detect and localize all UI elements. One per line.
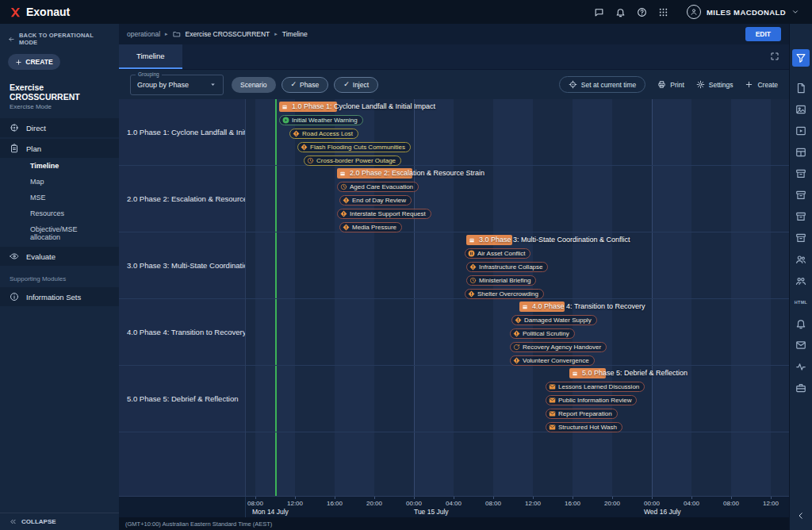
person-icon <box>690 8 698 16</box>
app-window: Exonaut MILES MACDONALD BACK TO OPERATIO… <box>0 0 812 530</box>
inject-volunteer-convergence[interactable]: Volunteer Convergence <box>510 355 595 366</box>
inject-report-preparation[interactable]: Report Preparation <box>546 409 618 419</box>
inject-aged-care-evacuation[interactable]: Aged Care Evacuation <box>337 182 419 192</box>
inject-shelter-overcrowding[interactable]: Shelter Overcrowding <box>465 289 544 299</box>
phase-row-label-4: 4.0 Phase 4: Transition to Recovery <box>119 299 245 366</box>
collapse-right-rail-button[interactable] <box>796 511 806 522</box>
print-button[interactable]: Print <box>657 80 684 89</box>
archive-icon[interactable] <box>791 185 811 205</box>
collapse-sidebar-button[interactable]: COLLAPSE <box>0 513 119 530</box>
inject-structured-hot-wash[interactable]: Structured Hot Wash <box>546 422 622 432</box>
sidebar-item-information-sets[interactable]: Information Sets <box>0 287 119 306</box>
topbar-actions <box>588 2 674 23</box>
inject-end-of-day-review[interactable]: End of Day Review <box>339 195 412 205</box>
users-icon[interactable] <box>791 249 811 270</box>
inject-air-asset-conflict[interactable]: Air Asset Conflict <box>465 248 530 259</box>
gantt-row-3: 3.0 Phase 3: Multi-State Coordination & … <box>246 232 789 299</box>
settings-button[interactable]: Settings <box>696 80 733 89</box>
sidebar-item-evaluate[interactable]: Evaluate <box>0 247 119 266</box>
inject-flash-flooding-cuts-communities[interactable]: Flash Flooding Cuts Communities <box>297 142 411 152</box>
sidebar-item-map[interactable]: Map <box>0 174 119 190</box>
document-icon[interactable] <box>791 78 811 98</box>
gantt-area: 1.0 Phase 1: Cyclone Landfall & Initia..… <box>119 99 789 496</box>
inject-infrastructure-collapse[interactable]: Infrastructure Collapse <box>466 262 548 272</box>
inject-interstate-support-request[interactable]: Interstate Support Request <box>337 209 431 219</box>
axis-tick <box>295 497 296 499</box>
axis-tick-label: 20:00 <box>604 500 620 507</box>
apps-icon[interactable] <box>653 2 674 23</box>
timeline-chart[interactable]: 1.0 Phase 1: Cyclone Landfall & Initial … <box>246 99 789 496</box>
user-group-icon[interactable] <box>791 271 811 291</box>
inject-road-access-lost[interactable]: Road Access Lost <box>289 129 358 139</box>
panel-image-icon[interactable] <box>791 99 811 120</box>
panel-grid-icon[interactable] <box>791 142 811 163</box>
sidebar-item-direct[interactable]: Direct <box>0 118 119 137</box>
axis-tick-label: 12:00 <box>763 500 779 507</box>
breadcrumb-page[interactable]: Timeline <box>282 30 308 38</box>
html-icon[interactable]: HTML <box>791 292 811 313</box>
bell-icon[interactable] <box>791 313 811 334</box>
help-icon[interactable] <box>631 2 653 23</box>
axis-tick <box>612 497 613 499</box>
alert-icon <box>515 317 522 324</box>
sidebar-item-objective-mse-allocation[interactable]: Objective/MSE allocation <box>0 221 119 245</box>
create-button[interactable]: CREATE <box>8 54 60 70</box>
alert-icon <box>513 330 520 337</box>
clock-icon <box>307 157 314 164</box>
breadcrumb-root[interactable]: operational <box>127 30 160 38</box>
phase-box-icon <box>572 371 578 377</box>
mail-icon[interactable] <box>791 335 811 355</box>
edit-button[interactable]: EDIT <box>745 27 781 41</box>
inject-recovery-agency-handover[interactable]: Recovery Agency Handover <box>510 342 607 352</box>
sidebar-item-mse[interactable]: MSE <box>0 190 119 205</box>
inject-lessons-learned-discussion[interactable]: Lessons Learned Discussion <box>546 382 645 392</box>
time-axis: 08:0012:0016:0020:0000:0004:0008:0012:00… <box>119 496 789 517</box>
inject-cross-border-power-outage[interactable]: Cross-border Power Outage <box>304 156 401 166</box>
axis-tick-label: 00:00 <box>644 500 660 507</box>
alert-icon <box>513 357 520 364</box>
briefcase-icon[interactable] <box>791 378 811 398</box>
create-button[interactable]: Create <box>745 80 778 89</box>
inject-initial-weather-warning[interactable]: Initial Weather Warning <box>279 115 363 125</box>
mail-filled-icon <box>549 424 556 431</box>
info-icon <box>10 292 19 301</box>
inject-media-pressure[interactable]: Media Pressure <box>339 222 402 232</box>
filter-icon[interactable] <box>792 49 810 67</box>
tab-timeline[interactable]: Timeline <box>119 44 182 69</box>
filter-chip-inject[interactable]: ✓Inject <box>334 77 378 93</box>
sidebar-item-plan[interactable]: Plan <box>0 139 119 158</box>
mail-filled-icon <box>549 383 556 390</box>
filter-chip-scenario[interactable]: Scenario <box>232 77 276 93</box>
sidebar-item-timeline[interactable]: Timeline <box>0 158 119 174</box>
tab-bar: Timeline <box>119 44 789 70</box>
sidebar-nav: DirectPlanTimelineMapMSEResourcesObjecti… <box>0 117 119 306</box>
sidebar-item-resources[interactable]: Resources <box>0 205 119 221</box>
inject-political-scrutiny[interactable]: Political Scrutiny <box>510 328 575 339</box>
chat-icon[interactable] <box>588 2 610 23</box>
user-menu[interactable]: MILES MACDONALD <box>684 2 802 21</box>
axis-tick-label: 16:00 <box>327 500 343 507</box>
axis-tick <box>652 497 653 499</box>
timezone-note: (GMT+10:00) Australian Eastern Standard … <box>125 520 272 528</box>
breadcrumb-exercise[interactable]: Exercise CROSSCURRENT <box>186 30 270 38</box>
axis-tick <box>255 497 256 499</box>
set-at-current-time-button[interactable]: Set at current time <box>559 76 645 93</box>
archive-icon[interactable] <box>791 206 811 227</box>
right-icon-rail: HTML <box>789 24 812 530</box>
activity-icon[interactable] <box>791 356 811 377</box>
fullscreen-icon[interactable] <box>770 52 779 63</box>
gantt-row-1: 1.0 Phase 1: Cyclone Landfall & Initial … <box>246 99 789 166</box>
bell-icon[interactable] <box>610 2 631 23</box>
inject-public-information-review[interactable]: Public Information Review <box>546 395 637 405</box>
back-to-operational-button[interactable]: BACK TO OPERATIONAL MODE <box>0 24 119 51</box>
inject-ministerial-briefing[interactable]: Ministerial Briefing <box>466 275 536 286</box>
archive-icon[interactable] <box>791 163 811 184</box>
panel-video-icon[interactable] <box>791 121 811 141</box>
inject-damaged-water-supply[interactable]: Damaged Water Supply <box>511 315 597 325</box>
archive-icon[interactable] <box>791 228 811 248</box>
phase-box-icon <box>469 237 475 244</box>
filter-chip-phase[interactable]: ✓Phase <box>282 77 329 93</box>
grouping-select[interactable]: Grouping Group by Phase <box>130 75 224 95</box>
axis-tick <box>335 497 335 499</box>
mail-filled-icon <box>549 410 556 417</box>
